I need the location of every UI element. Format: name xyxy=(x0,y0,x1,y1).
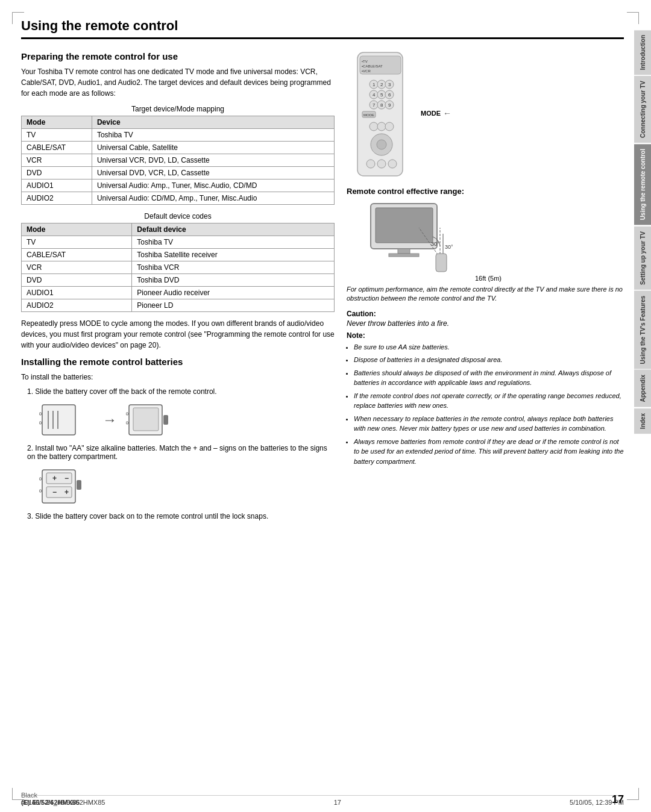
table-row: VCRUniversal VCR, DVD, LD, Cassette xyxy=(22,154,335,167)
battery-illustration-2: + − − + xyxy=(39,467,335,506)
svg-text:+: + xyxy=(52,474,57,483)
battery-install-svg: + − − + xyxy=(39,467,93,506)
tab-index[interactable]: Index xyxy=(634,408,651,434)
table-row: TVToshiba TV xyxy=(22,129,335,142)
svg-rect-57 xyxy=(389,254,419,257)
svg-text:30°: 30° xyxy=(445,244,453,250)
svg-text:9: 9 xyxy=(388,102,391,108)
svg-text:•TV: •TV xyxy=(362,60,368,63)
page-title: Using the remote control xyxy=(21,18,624,39)
svg-text:1: 1 xyxy=(373,82,376,87)
effective-range-section: Remote control effective range: 30° xyxy=(347,187,624,466)
svg-text:•VCR: •VCR xyxy=(362,69,371,73)
default-device-table: Mode Default device TVToshiba TVCABLE/SA… xyxy=(21,223,335,312)
svg-point-20 xyxy=(39,490,42,492)
caution-text: Never throw batteries into a fire. xyxy=(347,319,624,328)
step3-text: 3. Slide the battery cover back on to th… xyxy=(27,512,335,520)
svg-text:30°: 30° xyxy=(431,241,439,247)
svg-text:2: 2 xyxy=(380,82,383,87)
note-heading: Note: xyxy=(347,331,624,340)
range-label: 16ft (5m) xyxy=(353,275,624,282)
table-row: CABLE/SATUniversal Cable, Satellite xyxy=(22,142,335,154)
battery-illustration-1: → xyxy=(39,402,335,438)
table-row: AUDIO2Pioneer LD xyxy=(22,299,335,312)
svg-point-47 xyxy=(377,122,386,131)
note-item: When necessary to replace batteries in t… xyxy=(354,414,624,434)
svg-point-10 xyxy=(126,422,128,424)
right-column: •TV •CABLE/SAT •VCR 1 2 3 4 5 6 xyxy=(347,51,624,523)
svg-point-52 xyxy=(377,160,386,168)
main-content: Using the remote control Preparing the r… xyxy=(21,18,624,788)
step1-text: 1. Slide the battery cover off the back … xyxy=(27,387,335,396)
table-row: VCRToshiba VCR xyxy=(22,261,335,274)
note-item: Batteries should always be disposed of w… xyxy=(354,368,624,388)
corner-mark-br xyxy=(627,788,639,800)
battery-remove-svg xyxy=(39,402,93,438)
tab-using-remote[interactable]: Using the remote control xyxy=(634,144,651,225)
tab-appendix[interactable]: Appendix xyxy=(634,370,651,407)
between-text: Repeatedly press MODE to cycle among the… xyxy=(21,318,335,351)
svg-text:•CABLE/SAT: •CABLE/SAT xyxy=(362,64,383,68)
svg-point-5 xyxy=(39,422,42,424)
note-item: If the remote control does not operate c… xyxy=(354,391,624,411)
svg-point-51 xyxy=(366,160,375,168)
svg-point-53 xyxy=(388,160,397,168)
svg-text:5: 5 xyxy=(380,92,383,98)
page-number: 17 xyxy=(612,793,624,806)
battery-compartment-svg xyxy=(126,402,180,438)
svg-rect-56 xyxy=(398,249,410,254)
svg-rect-55 xyxy=(376,208,433,243)
step2-text: 2. Install two "AA" size alkaline batter… xyxy=(27,444,335,461)
svg-text:6: 6 xyxy=(388,92,391,98)
notes-list: Be sure to use AA size batteries.Dispose… xyxy=(347,342,624,467)
table-row: AUDIO2Universal Audio: CD/MD, Amp., Tune… xyxy=(22,192,335,205)
range-caption: For optimum performance, aim the remote … xyxy=(347,285,624,304)
mode-label-area: MODE ← xyxy=(421,108,451,118)
footer: #01E17-24_46/52/62HMX85 17 5/10/05, 12:3… xyxy=(21,795,624,806)
svg-rect-0 xyxy=(42,405,75,435)
section2-intro: To install the batteries: xyxy=(21,372,335,383)
default-table-caption: Default device codes xyxy=(21,212,335,220)
remote-diagram-area: •TV •CABLE/SAT •VCR 1 2 3 4 5 6 xyxy=(347,51,624,178)
svg-text:−: − xyxy=(52,488,57,496)
mode-label: MODE xyxy=(421,110,441,117)
tab-introduction[interactable]: Introduction xyxy=(634,30,651,75)
table-row: DVDToshiba DVD xyxy=(22,274,335,287)
svg-rect-8 xyxy=(163,415,168,425)
svg-text:8: 8 xyxy=(380,102,383,108)
table-row: CABLE/SATToshiba Satellite receiver xyxy=(22,249,335,261)
svg-text:3: 3 xyxy=(388,82,391,87)
svg-point-46 xyxy=(370,122,378,131)
left-column: Preparing the remote control for use You… xyxy=(21,51,335,523)
target-table-header-device: Device xyxy=(92,116,334,129)
svg-rect-18 xyxy=(77,480,81,490)
tab-setting-up[interactable]: Setting up your TV xyxy=(634,226,651,290)
target-table-caption: Target device/Mode mapping xyxy=(21,105,335,113)
note-item: Always remove batteries from remote cont… xyxy=(354,437,624,467)
svg-text:4: 4 xyxy=(373,92,376,98)
effective-range-heading: Remote control effective range: xyxy=(347,187,624,196)
tab-features[interactable]: Using the TV's Features xyxy=(634,291,651,369)
default-table-header-mode: Mode xyxy=(22,223,132,236)
table-row: TVToshiba TV xyxy=(22,236,335,249)
right-sidebar-tabs: Introduction Connecting your TV Using th… xyxy=(634,30,651,434)
svg-text:+: + xyxy=(64,488,69,496)
section2-heading: Installing the remote control batteries xyxy=(21,357,335,367)
svg-point-9 xyxy=(126,413,128,415)
svg-rect-63 xyxy=(436,254,447,272)
default-table-header-device: Default device xyxy=(132,223,335,236)
caution-heading: Caution: xyxy=(347,310,624,318)
svg-text:−: − xyxy=(64,474,69,483)
corner-mark-tr xyxy=(627,12,639,24)
tab-connecting[interactable]: Connecting your TV xyxy=(634,76,651,143)
svg-point-50 xyxy=(377,140,386,149)
table-row: DVDUniversal DVD, VCR, LD, Cassette xyxy=(22,167,335,180)
svg-point-4 xyxy=(39,413,42,415)
table-row: AUDIO1Universal Audio: Amp., Tuner, Misc… xyxy=(22,180,335,192)
section1-body: Your Toshiba TV remote control has one d… xyxy=(21,66,335,99)
tv-range-svg: 30° 30° xyxy=(347,201,467,273)
footer-center: 17 xyxy=(334,799,341,806)
note-item: Dispose of batteries in a designated dis… xyxy=(354,355,624,365)
arrow-icon: → xyxy=(102,411,117,428)
footer-color: Black xyxy=(21,792,37,799)
